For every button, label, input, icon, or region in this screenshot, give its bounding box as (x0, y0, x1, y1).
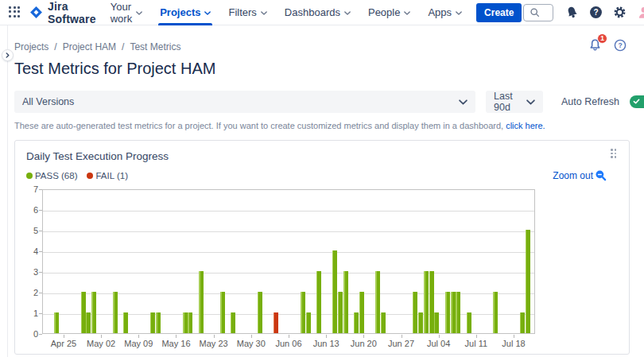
y-axis-label: 2 (26, 288, 38, 297)
top-nav: Jira Software Your work Projects Filters… (0, 0, 644, 25)
nav-apps[interactable]: Apps (428, 0, 462, 25)
chart-bar-pass (316, 271, 321, 333)
x-axis-tick (251, 335, 252, 338)
chevron-down-icon (261, 11, 267, 15)
breadcrumb: Projects / Project HAM / Test Metrics (14, 41, 180, 52)
chevron-down-icon (204, 11, 211, 15)
x-axis-label: May 30 (234, 339, 269, 348)
page-notifications-bell-icon[interactable]: 1 (588, 38, 602, 52)
x-axis-tick (514, 335, 514, 338)
x-axis-tick (101, 335, 102, 338)
zoom-out-button[interactable]: Zoom out (553, 169, 607, 181)
expand-sidebar-button[interactable] (2, 49, 14, 61)
x-axis-label: May 02 (83, 339, 118, 348)
chart-bar-pass (429, 271, 434, 333)
search-icon (530, 7, 540, 17)
chevron-down-icon (344, 11, 351, 15)
app-name: Jira Software (48, 0, 96, 25)
jira-logo[interactable]: Jira Software (29, 0, 96, 25)
chart-bar-pass (338, 292, 343, 333)
gridline (43, 231, 534, 232)
nav-people[interactable]: People (368, 0, 410, 25)
chevron-down-icon (526, 99, 535, 105)
y-axis-tick (39, 231, 42, 231)
user-avatar[interactable] (637, 6, 644, 20)
chart-bar-pass (231, 312, 235, 333)
x-axis-label: Jun 13 (308, 339, 343, 348)
check-icon (633, 98, 640, 105)
x-axis-tick (402, 335, 402, 338)
gridline (43, 211, 534, 211)
x-axis-tick (138, 335, 139, 338)
primary-nav: Your work Projects Filters Dashboards Pe… (111, 0, 462, 25)
y-axis-tick (39, 334, 42, 335)
notifications-bell-icon[interactable] (565, 6, 579, 19)
y-axis-label: 3 (26, 267, 38, 277)
page-help-icon[interactable]: ? (614, 39, 627, 52)
chart-bar-pass (54, 312, 59, 333)
settings-gear-icon[interactable] (613, 6, 627, 19)
click-here-link[interactable]: click here. (506, 121, 545, 130)
chart-bar-pass (332, 250, 337, 333)
svg-text:?: ? (618, 41, 622, 49)
global-search[interactable] (523, 4, 553, 21)
sidebar-divider (7, 25, 8, 357)
create-button[interactable]: Create (476, 3, 522, 22)
nav-your-work[interactable]: Your work (111, 0, 142, 25)
chart-bar-pass (375, 271, 380, 333)
help-icon[interactable]: ? (589, 6, 603, 19)
version-select-value: All Versions (22, 96, 74, 107)
search-input[interactable] (544, 6, 547, 19)
topnav-icons: ? (565, 6, 644, 20)
chart-bar-pass (188, 312, 192, 333)
y-axis-label: 5 (26, 226, 38, 235)
y-axis-tick (39, 210, 42, 211)
chevron-down-icon (456, 11, 462, 15)
content-area: Projects / Project HAM / Test Metrics 1 … (0, 25, 644, 357)
x-axis-label: Jul 11 (459, 339, 494, 348)
version-select[interactable]: All Versions (14, 91, 475, 113)
x-axis-tick (289, 335, 289, 338)
auto-refresh-toggle[interactable] (630, 95, 644, 108)
legend-fail: FAIL (1) (87, 171, 127, 180)
y-axis-label: 7 (26, 184, 38, 194)
y-axis-tick (39, 293, 42, 293)
y-axis-tick (39, 251, 42, 252)
chart-bar-pass (86, 312, 91, 333)
breadcrumb-test-metrics[interactable]: Test Metrics (130, 41, 180, 52)
breadcrumb-separator: / (122, 41, 124, 52)
x-axis-tick (439, 335, 440, 338)
chart-bar-pass (445, 292, 450, 333)
metrics-note: These are auto-generated test metrics fo… (14, 121, 630, 130)
chart-bar-pass (113, 292, 118, 333)
breadcrumb-projects[interactable]: Projects (14, 41, 48, 52)
breadcrumb-project-ham[interactable]: Project HAM (63, 41, 116, 52)
chart-bar-pass (526, 230, 530, 333)
chevron-down-icon (459, 99, 467, 105)
chart-bar-pass (199, 271, 204, 333)
chart-bar-pass (354, 312, 359, 333)
chart-bar-pass (434, 312, 439, 333)
app-switcher-icon[interactable] (6, 4, 23, 21)
nav-projects[interactable]: Projects (160, 0, 211, 25)
y-axis-label: 4 (26, 246, 38, 256)
chart-bar-pass (301, 292, 305, 333)
chart-bar-pass (220, 292, 225, 333)
drag-handle-icon[interactable] (611, 149, 618, 160)
gridline (43, 273, 534, 274)
nav-dashboards[interactable]: Dashboards (285, 0, 351, 25)
svg-text:?: ? (594, 8, 599, 17)
nav-filters[interactable]: Filters (228, 0, 266, 25)
x-axis-tick (476, 335, 477, 338)
y-axis-label: 0 (26, 329, 38, 339)
chart-bar-pass (418, 312, 423, 333)
date-range-value: Last 90d (494, 91, 520, 113)
date-range-select[interactable]: Last 90d (486, 91, 543, 113)
panel-title: Daily Test Execution Progress (26, 150, 169, 162)
x-axis-tick (363, 335, 364, 338)
chart-bar-pass (91, 292, 96, 333)
plot-area (42, 189, 535, 334)
x-axis-label: May 23 (196, 339, 231, 348)
x-axis-label: Jun 27 (384, 339, 419, 348)
filter-bar: All Versions Last 90d Auto Refresh (14, 91, 642, 113)
